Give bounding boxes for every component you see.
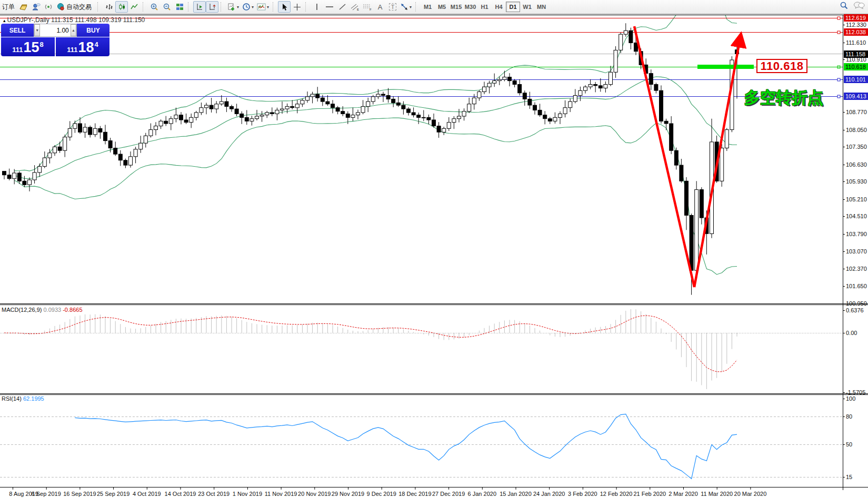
indicators-button[interactable]: ▾ [255, 1, 271, 13]
price-tick-label: 112.330 [846, 22, 866, 28]
timeframe-group: M1M5M15M30H1H4D1W1MN [421, 0, 548, 14]
vertical-line-icon [314, 3, 320, 11]
crosshair-button[interactable] [291, 1, 303, 13]
buy-button[interactable]: BUY [77, 24, 109, 37]
text-label-button[interactable]: T [386, 1, 399, 13]
timeframe-h4[interactable]: H4 [492, 2, 506, 12]
date-label: 18 Dec 2019 [398, 491, 431, 497]
signal-button[interactable] [42, 1, 55, 13]
new-order-label[interactable]: 订单 [1, 3, 17, 12]
tile-windows-button[interactable] [173, 1, 186, 13]
date-label: 6 Sep 2019 [32, 491, 61, 497]
rsi-tick-label: 100 [846, 395, 855, 402]
collapse-triangle-icon[interactable]: ▴ [3, 18, 6, 23]
arrows-icon [401, 3, 408, 11]
text-label-icon: T [389, 3, 397, 11]
price-badge: 112.038 [844, 28, 868, 36]
buy-price-display[interactable]: 111 18 4 [56, 37, 109, 56]
bar-chart-button[interactable] [103, 1, 115, 13]
sell-price-display[interactable]: 111 15 8 [1, 37, 55, 56]
macd-indicator-label: MACD(12,26,9) 0.0933 -0.8665 [2, 307, 83, 313]
zoom-in-button[interactable] [148, 1, 161, 13]
new-chart-button[interactable]: ▾ [226, 1, 241, 13]
toolbar-separator [221, 2, 224, 12]
svg-text:F: F [370, 8, 372, 11]
timeframe-m15[interactable]: M15 [449, 2, 463, 12]
zoom-in-icon [150, 3, 158, 11]
chart-area: ▴USDJPY-,Daily 111.315 111.498 109.319 1… [0, 15, 868, 498]
toolbar-separator [305, 2, 309, 12]
price-badge: 111.158 [844, 50, 868, 58]
arrows-button[interactable]: ▾ [399, 1, 413, 13]
rsi-tick-label: 15 [846, 474, 852, 481]
date-label: 3 Feb 2020 [568, 491, 597, 497]
price-tick-label: 107.350 [846, 144, 867, 150]
chevron-down-icon: ▾ [267, 5, 269, 9]
toolbar-separator [143, 2, 146, 12]
fibonacci-button[interactable]: F [361, 1, 374, 13]
crosshair-icon [293, 3, 301, 11]
equidistant-channel-button[interactable]: E [348, 1, 361, 13]
timeframe-h1[interactable]: H1 [477, 2, 492, 12]
search-icon[interactable] [840, 1, 848, 9]
rsi-value: 62.1995 [23, 395, 44, 402]
macd-value-main: 0.0933 [43, 307, 61, 313]
timeframe-m30[interactable]: M30 [463, 2, 477, 12]
timeframe-w1[interactable]: W1 [520, 2, 534, 12]
timeframe-mn[interactable]: MN [534, 2, 548, 12]
chevron-down-icon: ▾ [410, 5, 412, 9]
timeframe-m1[interactable]: M1 [421, 2, 435, 12]
chart-shift-button[interactable] [206, 1, 218, 13]
date-label: 14 Oct 2019 [165, 491, 196, 497]
price-tick-label: 108.050 [846, 127, 867, 134]
auto-scroll-button[interactable] [193, 1, 206, 13]
date-label: 25 Sep 2019 [97, 491, 129, 497]
history-center-button[interactable] [17, 1, 29, 13]
price-tick-label: 100.950 [846, 300, 867, 307]
date-label: 6 Jan 2020 [468, 491, 496, 497]
chat-icon[interactable] [853, 1, 865, 9]
trendline-button[interactable] [336, 1, 348, 13]
macd-tick-label: 0.6376 [846, 307, 864, 314]
volume-increase-button[interactable]: ▲ [71, 24, 76, 36]
channel-icon: E [350, 3, 360, 11]
macd-value-signal: -0.8665 [63, 307, 82, 313]
text-button[interactable]: A [374, 1, 386, 13]
price-tick-label: 108.770 [846, 109, 867, 116]
timeframe-d1[interactable]: D1 [506, 2, 520, 12]
zoom-out-button[interactable] [161, 1, 173, 13]
date-label: 21 Feb 2020 [633, 491, 666, 497]
period-button[interactable]: ▾ [241, 1, 255, 13]
chart-title: ▴USDJPY-,Daily 111.315 111.498 109.319 1… [3, 16, 145, 24]
price-annotation-box[interactable]: 110.618 [756, 59, 807, 73]
date-label: 11 Nov 2019 [265, 491, 297, 497]
vertical-line-button[interactable] [311, 1, 323, 13]
cursor-button[interactable] [278, 1, 291, 13]
candlestick-chart-button[interactable] [115, 1, 128, 13]
date-label: 20 Nov 2019 [298, 491, 331, 497]
auto-scroll-icon [196, 3, 204, 11]
price-tick-label: 105.210 [846, 196, 867, 203]
sell-button[interactable]: SELL [1, 24, 34, 37]
horizontal-line-button[interactable] [323, 1, 336, 13]
price-badge: 110.101 [844, 76, 868, 83]
community-button[interactable] [29, 1, 42, 13]
volume-decrease-button[interactable]: ▼ [34, 24, 40, 36]
price-tick-label: 104.510 [846, 213, 867, 220]
price-tick-label: 105.930 [846, 178, 867, 185]
new-chart-icon [227, 3, 236, 11]
date-label: 20 Mar 2020 [734, 491, 767, 497]
trendline-icon [338, 3, 346, 11]
sell-price-big: 15 [23, 40, 39, 55]
turning-point-label[interactable]: 多空转折点 [744, 87, 823, 109]
horizontal-line-icon [325, 3, 334, 11]
date-label: 29 Nov 2019 [332, 491, 364, 497]
volume-input[interactable] [40, 24, 71, 36]
price-chart-canvas[interactable] [0, 15, 868, 498]
timeframe-m5[interactable]: M5 [435, 2, 449, 12]
autotrade-label: 自动交易 [65, 3, 94, 12]
date-label: 24 Jan 2020 [533, 491, 565, 497]
date-label: 2 Mar 2020 [669, 491, 698, 497]
autotrade-button[interactable]: 自动交易 [55, 1, 95, 13]
line-chart-button[interactable] [128, 1, 141, 13]
